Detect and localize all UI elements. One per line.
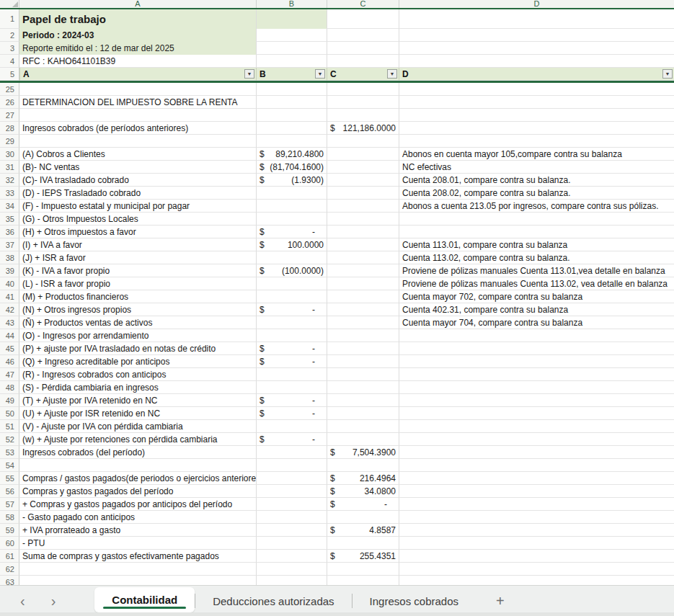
cell-a61[interactable]: Suma de compras y gastos efectivamente p… [19, 550, 256, 563]
cell-d47[interactable] [399, 368, 674, 381]
cell-c44[interactable] [327, 329, 399, 342]
column-header-c[interactable]: C [327, 0, 399, 8]
cell-c1[interactable] [327, 9, 399, 29]
cell-a55[interactable]: Compras / gastos pagados(de periodos o e… [19, 472, 256, 485]
cell-c54[interactable] [327, 459, 399, 472]
filter-cell-d[interactable]: D ▼ [399, 68, 674, 81]
cell-a31[interactable]: (B)- NC ventas [19, 161, 256, 174]
row-number[interactable]: 26 [0, 96, 19, 109]
cell-c56[interactable]: $34.0800 [327, 485, 399, 498]
row-number[interactable]: 40 [0, 277, 19, 290]
cell-b62[interactable] [256, 563, 327, 576]
cell-a4[interactable]: RFC : KAHO641101B39 [19, 55, 256, 68]
row-number[interactable]: 61 [0, 550, 19, 563]
cell-d51[interactable] [399, 420, 674, 433]
cell-d3[interactable] [399, 42, 674, 55]
cell-b59[interactable] [256, 524, 327, 537]
cell-b2[interactable] [256, 29, 327, 42]
cell-d32[interactable]: Cuenta 208.01, compare contra su balanza… [399, 174, 674, 187]
row-number[interactable]: 60 [0, 537, 19, 550]
cell-a42[interactable]: (N) + Otros ingresos propios [19, 303, 256, 316]
cell-a56[interactable]: Compras y gastos pagados del período [19, 485, 256, 498]
prev-sheet-icon[interactable]: ‹ [17, 594, 28, 608]
cell-c42[interactable] [327, 303, 399, 316]
cell-c43[interactable] [327, 316, 399, 329]
cell-a32[interactable]: (C)- IVA trasladado cobrado [19, 174, 256, 187]
cell-d26[interactable] [399, 96, 674, 109]
cell-d4[interactable] [399, 55, 674, 68]
cell-a59[interactable]: + IVA prorrateado a gasto [19, 524, 256, 537]
row-number[interactable]: 51 [0, 420, 19, 433]
row-number[interactable]: 55 [0, 472, 19, 485]
cell-d33[interactable]: Cuenta 208.02, compare contra su balanza… [399, 187, 674, 200]
tab-ingresos-cobrados[interactable]: Ingresos cobrados [352, 586, 476, 616]
filter-dropdown-icon[interactable]: ▼ [315, 69, 325, 79]
cell-a44[interactable]: (O) - Ingresos por arrendamiento [19, 329, 256, 342]
cell-a38[interactable]: (J) + ISR a favor [19, 251, 256, 264]
cell-d27[interactable] [399, 109, 674, 122]
cell-a26[interactable]: DETERMINACION DEL IMPUESTO SOBRE LA RENT… [19, 96, 256, 109]
select-all-corner[interactable] [0, 0, 19, 8]
row-number[interactable]: 35 [0, 213, 19, 226]
tab-deducciones-autorizadas[interactable]: Deducciones autorizadas [195, 586, 351, 616]
cell-d56[interactable] [399, 485, 674, 498]
cell-d59[interactable] [399, 524, 674, 537]
row-number[interactable]: 36 [0, 226, 19, 238]
cell-d34[interactable]: Abonos a cuenta 213.05 por ingresos, com… [399, 200, 674, 213]
filter-cell-c[interactable]: C ▼ [327, 68, 399, 81]
cell-b38[interactable] [256, 251, 327, 264]
cell-d55[interactable] [399, 472, 674, 485]
column-header-a[interactable]: A [19, 0, 256, 8]
cell-c46[interactable] [327, 355, 399, 368]
cell-d42[interactable]: Cuenta 402.31, compare contra su balanza [399, 303, 674, 316]
cell-c32[interactable] [327, 174, 399, 187]
row-number[interactable]: 59 [0, 524, 19, 537]
cell-c25[interactable] [327, 83, 399, 96]
row-number[interactable]: 52 [0, 433, 19, 446]
cell-a49[interactable]: (T) + Ajuste por IVA retenido en NC [19, 394, 256, 407]
cell-d57[interactable] [399, 498, 674, 511]
cell-b50[interactable]: $- [256, 407, 327, 420]
cell-b33[interactable] [256, 187, 327, 200]
row-number[interactable]: 58 [0, 511, 19, 524]
cell-b3[interactable] [256, 42, 327, 55]
cell-a51[interactable]: (V) - Ajuste por IVA con pérdida cambiar… [19, 420, 256, 433]
cell-a58[interactable]: - Gasto pagado con anticipos [19, 511, 256, 524]
cell-d43[interactable]: Cuenta mayor 704, compare contra su bala… [399, 316, 674, 329]
row-number[interactable]: 25 [0, 83, 19, 96]
cell-a63[interactable] [19, 576, 256, 585]
cell-b40[interactable] [256, 277, 327, 290]
cell-c33[interactable] [327, 187, 399, 200]
tab-contabilidad[interactable]: Contabilidad [94, 587, 195, 612]
cell-d36[interactable] [399, 226, 674, 238]
cell-d41[interactable]: Cuenta mayor 702, compare contra su bala… [399, 290, 674, 303]
cell-b39[interactable]: $(100.0000) [256, 264, 327, 277]
cell-a30[interactable]: (A) Cobros a Clientes [19, 148, 256, 161]
cell-d39[interactable]: Proviene de pólizas manuales Cuenta 113.… [399, 264, 674, 277]
row-number[interactable]: 63 [0, 576, 19, 585]
cell-b49[interactable]: $- [256, 394, 327, 407]
row-number[interactable]: 31 [0, 161, 19, 174]
cell-a33[interactable]: (D) - IEPS Trasladado cobrado [19, 187, 256, 200]
cell-c58[interactable] [327, 511, 399, 524]
cell-b37[interactable]: $100.0000 [256, 238, 327, 251]
cell-a25[interactable] [19, 83, 256, 96]
cell-c61[interactable]: $255.4351 [327, 550, 399, 563]
cell-b46[interactable]: $- [256, 355, 327, 368]
cell-c31[interactable] [327, 161, 399, 174]
cell-d60[interactable] [399, 537, 674, 550]
cell-c28[interactable]: $121,186.0000 [327, 122, 399, 135]
filter-cell-b[interactable]: B ▼ [256, 68, 327, 81]
cell-b43[interactable] [256, 316, 327, 329]
cell-c53[interactable]: $7,504.3900 [327, 446, 399, 459]
filter-cell-a[interactable]: A ▼ [19, 68, 256, 81]
cell-a34[interactable]: (F) - Impuesto estatal y municipal por p… [19, 200, 256, 213]
cell-b44[interactable] [256, 329, 327, 342]
cell-d25[interactable] [399, 83, 674, 96]
cell-c59[interactable]: $4.8587 [327, 524, 399, 537]
cell-a35[interactable]: (G) - Otros Impuestos Locales [19, 213, 256, 226]
row-number[interactable]: 62 [0, 563, 19, 576]
row-number[interactable]: 41 [0, 290, 19, 303]
cell-b34[interactable] [256, 200, 327, 213]
row-number[interactable]: 5 [0, 68, 19, 81]
